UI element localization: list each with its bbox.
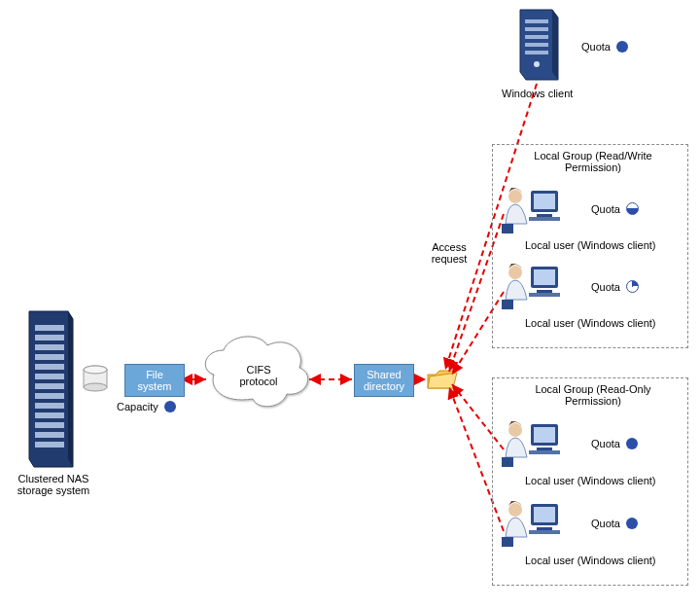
svg-rect-18	[525, 27, 548, 31]
ro-user1-quota-label: Quota	[591, 438, 620, 449]
svg-rect-16	[35, 442, 64, 448]
svg-point-22	[534, 61, 540, 67]
nas-icon	[29, 311, 73, 467]
svg-rect-13	[35, 412, 64, 418]
user-icon	[500, 498, 562, 549]
wc-quota-label: Quota	[581, 41, 611, 53]
group-ro-title: Local Group (Read-Only Permission)	[525, 383, 661, 407]
svg-rect-46	[529, 450, 560, 454]
rw-user2-caption: Local user (Windows client)	[525, 317, 656, 329]
svg-point-53	[508, 503, 522, 517]
capacity-icon	[84, 366, 107, 391]
svg-rect-48	[502, 457, 513, 467]
svg-rect-36	[502, 224, 513, 233]
svg-rect-50	[534, 507, 555, 522]
server-icon	[520, 10, 558, 80]
rw-user1-quota: Quota	[591, 202, 639, 215]
svg-rect-8	[35, 364, 64, 370]
svg-rect-10	[35, 383, 64, 389]
svg-rect-7	[35, 354, 64, 360]
wc-quota-dot-icon	[616, 41, 628, 53]
access-request-label: Access request	[420, 241, 478, 265]
svg-rect-44	[534, 427, 555, 443]
ro-user1-quota: Quota	[591, 438, 638, 449]
svg-rect-33	[537, 214, 552, 217]
svg-rect-52	[529, 530, 560, 534]
user-icon	[500, 418, 562, 469]
svg-rect-14	[35, 422, 64, 428]
folder-icon	[428, 371, 457, 388]
svg-point-2	[84, 383, 107, 391]
rw-user2-quota-label: Quota	[591, 281, 620, 293]
svg-point-41	[508, 266, 522, 279]
ro-user1-caption: Local user (Windows client)	[525, 475, 656, 486]
svg-rect-45	[537, 448, 552, 450]
capacity-dot-icon	[164, 401, 176, 412]
svg-rect-15	[35, 432, 64, 438]
svg-point-0	[84, 366, 107, 374]
ro-user2-dot-icon	[626, 518, 638, 529]
svg-point-3	[84, 366, 107, 374]
svg-rect-20	[525, 43, 548, 47]
svg-rect-4	[35, 325, 64, 331]
shared-dir-box: Shared directory	[354, 364, 414, 397]
svg-rect-51	[537, 527, 552, 530]
svg-rect-17	[525, 19, 548, 23]
svg-rect-6	[35, 344, 64, 350]
ro-user2-quota-label: Quota	[591, 518, 620, 529]
svg-point-47	[508, 423, 522, 437]
windows-client-caption: Windows client	[502, 88, 573, 99]
rw-user1-quota-label: Quota	[591, 203, 620, 215]
ro-user2-quota: Quota	[591, 518, 638, 529]
svg-rect-19	[525, 35, 548, 39]
windows-client-quota: Quota	[581, 41, 628, 53]
svg-rect-34	[529, 217, 560, 221]
filesystem-box: File system	[124, 364, 185, 397]
rw-user1-caption: Local user (Windows client)	[525, 239, 656, 251]
svg-rect-39	[537, 290, 552, 293]
rw-user2-dot-icon	[626, 280, 639, 293]
capacity-label: Capacity	[117, 401, 158, 412]
svg-rect-42	[502, 300, 513, 309]
svg-rect-1	[84, 370, 107, 387]
svg-rect-12	[35, 403, 64, 409]
user-icon	[500, 185, 562, 235]
svg-rect-54	[502, 537, 513, 547]
capacity-row: Capacity	[117, 401, 176, 412]
svg-rect-9	[35, 374, 64, 379]
rw-user2-quota: Quota	[591, 280, 639, 293]
nas-caption: Clustered NAS storage system	[5, 473, 102, 496]
ro-user1-dot-icon	[626, 438, 638, 449]
rw-user1-dot-icon	[626, 202, 639, 215]
svg-rect-5	[35, 335, 64, 340]
ro-user2-caption: Local user (Windows client)	[525, 555, 656, 566]
user-icon	[500, 261, 562, 311]
svg-rect-40	[529, 293, 560, 297]
svg-rect-11	[35, 393, 64, 399]
svg-rect-38	[534, 269, 555, 285]
svg-rect-21	[525, 51, 548, 54]
svg-rect-32	[534, 194, 555, 209]
svg-point-35	[508, 190, 522, 203]
group-rw-title: Local Group (Read/Write Permission)	[525, 150, 661, 173]
cloud-label: CIFS protocol	[229, 364, 288, 387]
